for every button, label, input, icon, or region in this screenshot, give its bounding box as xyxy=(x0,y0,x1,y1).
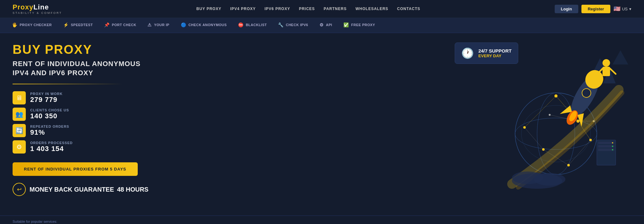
services-label: Suitable for popular services: xyxy=(13,220,631,223)
svg-line-15 xyxy=(556,96,578,121)
page-title: BUY PROXY xyxy=(13,42,252,56)
svg-point-13 xyxy=(549,114,551,116)
main-nav: BUY PROXY IPV4 PROXY IPV6 PROXY PRICES P… xyxy=(196,7,420,11)
nav-ipv6-proxy[interactable]: IPV6 PROXY xyxy=(264,7,290,11)
toolbar-proxy-checker[interactable]: 🖐 PROXY CHECKER xyxy=(6,18,58,33)
money-back-label: MONEY BACK GUARANTEE 48 HOURS xyxy=(30,188,148,193)
stat-value-repeated-orders: 91% xyxy=(30,128,69,137)
hero-subtitle-line1: RENT OF INDIVIDUAL ANONYMOUS xyxy=(13,59,252,69)
support-badge: 🕐 24/7 SUPPORT EVERY DAY xyxy=(455,42,518,64)
svg-point-29 xyxy=(568,110,579,122)
svg-point-42 xyxy=(612,146,613,147)
money-back-value: 48 HOURS xyxy=(117,186,148,193)
nav-buy-proxy[interactable]: BUY PROXY xyxy=(196,7,221,11)
support-main-text: 24/7 SUPPORT xyxy=(478,48,512,53)
clock-icon: 🕐 xyxy=(461,47,474,59)
toolbar-speedtest-label: SPEEDTEST xyxy=(71,23,93,27)
svg-point-24 xyxy=(582,67,607,92)
svg-point-7 xyxy=(554,94,558,98)
svg-point-9 xyxy=(589,139,592,141)
proxy-in-work-icon: 🖥 xyxy=(13,91,26,104)
language-selector[interactable]: 🇺🇸 US ▾ xyxy=(613,5,631,12)
flag-icon: 🇺🇸 xyxy=(613,5,620,12)
stat-label-clients: CLIENTS CHOSE US xyxy=(30,108,69,112)
svg-point-8 xyxy=(576,120,580,123)
svg-point-11 xyxy=(523,126,526,129)
svg-point-35 xyxy=(512,171,543,184)
check-ipv6-icon: 🔧 xyxy=(278,22,284,27)
orders-processed-icon: ⚙ xyxy=(13,140,26,154)
port-check-icon: 📌 xyxy=(104,22,110,27)
support-sub-text: EVERY DAY xyxy=(478,53,512,58)
toolbar-check-ipv6[interactable]: 🔧 CHECK IPV6 xyxy=(272,18,314,33)
svg-rect-31 xyxy=(602,67,610,76)
toolbar-free-proxy[interactable]: ✅ FREE PROXY xyxy=(338,18,380,33)
svg-point-25 xyxy=(580,87,592,99)
stat-row-orders-processed: ⚙ ORDERS PROCESSED 1 403 154 xyxy=(13,140,252,154)
main-content: BUY PROXY RENT OF INDIVIDUAL ANONYMOUS I… xyxy=(0,33,644,216)
money-back-guarantee-label: MONEY BACK GUARANTEE xyxy=(30,186,114,193)
logo-line: Line xyxy=(33,3,49,11)
toolbar-port-check[interactable]: 📌 PORT CHECK xyxy=(98,18,142,33)
svg-line-17 xyxy=(525,96,556,127)
svg-rect-40 xyxy=(598,148,614,151)
hero-left: BUY PROXY RENT OF INDIVIDUAL ANONYMOUS I… xyxy=(13,42,252,209)
hero-divider xyxy=(13,84,123,84)
svg-line-16 xyxy=(578,121,591,140)
toolbar-api[interactable]: ⚙ API xyxy=(314,18,338,33)
stat-row-proxy-in-work: 🖥 PROXY IN WORK 279 779 xyxy=(13,91,252,104)
svg-point-5 xyxy=(515,118,597,149)
stat-value-clients: 140 350 xyxy=(30,112,69,120)
toolbar-blacklist[interactable]: ⛔ BLACKLIST xyxy=(232,18,272,33)
toolbar-your-ip[interactable]: ⚠ YOUR IP xyxy=(142,18,175,33)
svg-marker-26 xyxy=(560,103,574,119)
svg-point-6 xyxy=(521,105,591,162)
stat-label-proxy-in-work: PROXY IN WORK xyxy=(30,92,63,96)
header: ProxyLine Stability & Comfort BUY PROXY … xyxy=(0,0,644,18)
svg-line-22 xyxy=(550,115,578,121)
svg-point-10 xyxy=(542,148,545,151)
nav-prices[interactable]: PRICES xyxy=(299,7,315,11)
svg-marker-0 xyxy=(594,58,606,71)
nav-wholesalers[interactable]: WHOLESALERS xyxy=(355,7,388,11)
money-back-guarantee: ↩ MONEY BACK GUARANTEE 48 HOURS xyxy=(13,183,252,196)
svg-line-18 xyxy=(525,127,543,149)
services-bar: Suitable for popular services: amazon fa… xyxy=(0,216,644,224)
nav-contacts[interactable]: CONTACTS xyxy=(397,7,420,11)
svg-point-36 xyxy=(534,173,565,186)
nav-ipv4-proxy[interactable]: IPV4 PROXY xyxy=(230,7,256,11)
free-proxy-icon: ✅ xyxy=(343,22,349,27)
logo: ProxyLine Stability & Comfort xyxy=(13,3,62,14)
toolbar-proxy-checker-label: PROXY CHECKER xyxy=(20,23,52,27)
svg-point-3 xyxy=(515,93,597,175)
stat-label-repeated-orders: REPEATED ORDERS xyxy=(30,125,69,128)
svg-rect-38 xyxy=(598,142,614,144)
stat-label-orders-processed: ORDERS PROCESSED xyxy=(30,141,73,145)
your-ip-icon: ⚠ xyxy=(147,22,152,27)
stat-row-repeated-orders: 🔄 REPEATED ORDERS 91% xyxy=(13,124,252,137)
toolbar: 🖐 PROXY CHECKER ⚡ SPEEDTEST 📌 PORT CHECK… xyxy=(0,18,644,33)
svg-point-34 xyxy=(512,173,562,189)
svg-point-28 xyxy=(564,108,580,126)
toolbar-your-ip-label: YOUR IP xyxy=(154,23,169,27)
toolbar-port-check-label: PORT CHECK xyxy=(112,23,136,27)
stat-row-clients: 👥 CLIENTS CHOSE US 140 350 xyxy=(13,108,252,121)
api-icon: ⚙ xyxy=(319,22,324,27)
repeated-orders-icon: 🔄 xyxy=(13,124,26,137)
login-button[interactable]: Login xyxy=(555,5,578,13)
svg-point-43 xyxy=(612,149,613,150)
nav-partners[interactable]: PARTNERS xyxy=(324,7,347,11)
stat-value-proxy-in-work: 279 779 xyxy=(30,96,63,104)
register-button[interactable]: Register xyxy=(581,5,610,13)
blacklist-icon: ⛔ xyxy=(238,22,244,27)
toolbar-speedtest[interactable]: ⚡ SPEEDTEST xyxy=(58,18,98,33)
cta-button[interactable]: Rent of individual proxies from 5 days xyxy=(13,162,138,176)
toolbar-blacklist-label: BLACKLIST xyxy=(246,23,267,27)
toolbar-check-anonymous[interactable]: 🔵 CHECK ANONYMOUS xyxy=(175,18,233,33)
proxy-checker-icon: 🖐 xyxy=(12,22,18,27)
hero-subtitle: RENT OF INDIVIDUAL ANONYMOUS IPV4 AND IP… xyxy=(13,59,252,77)
stats-list: 🖥 PROXY IN WORK 279 779 👥 CLIENTS CHOSE … xyxy=(13,91,252,154)
clients-icon: 👥 xyxy=(13,108,26,121)
svg-rect-37 xyxy=(597,140,616,165)
toolbar-check-ipv6-label: CHECK IPV6 xyxy=(286,23,308,27)
